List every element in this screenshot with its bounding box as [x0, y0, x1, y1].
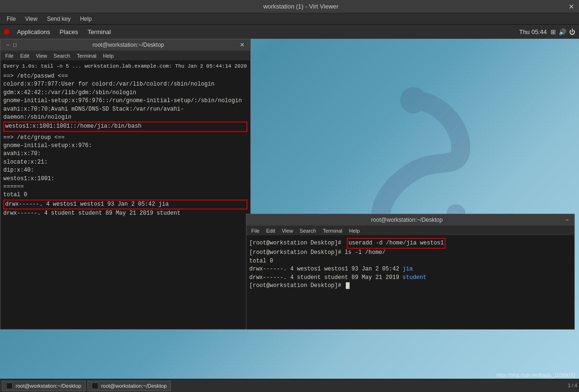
terminal1-body: Every 1.0s: tail -n 5 ... workstation.la… [0, 61, 250, 220]
window-title: workstation (1) - Virt Viewer [33, 3, 569, 10]
t1-line15: westos1:x:1001: [3, 175, 247, 183]
t1-line17: total 0 [3, 191, 247, 199]
menu-sendkey[interactable]: Send key [43, 15, 74, 23]
t2-line5: drwx------. 4 student student 89 May 21 … [249, 274, 571, 282]
terminal1-close[interactable]: ✕ [238, 42, 246, 48]
terminal1-titlebar: − □ root@workstation:~/Desktop ✕ [0, 39, 250, 51]
volume-icon: 🔊 [559, 28, 566, 35]
t1-line4: colord:x:977:977:User for colord:/var/li… [3, 80, 247, 88]
t1-line16: ====== [3, 183, 247, 191]
close-button[interactable]: ✕ [569, 3, 574, 10]
t2-line1: [root@workstation Desktop]# useradd -d /… [249, 238, 571, 249]
terminal1-menubar: File Edit View Search Terminal Help [0, 51, 250, 61]
terminal1-minimize[interactable]: − [4, 42, 11, 48]
t2-menu-edit[interactable]: Edit [263, 227, 278, 235]
taskbar-label-1: root@workstation:~/Desktop [16, 383, 81, 389]
terminal1-title: root@workstation:~/Desktop [18, 42, 238, 48]
t1-line14: dip:x:40: [3, 166, 247, 174]
t1-line1: Every 1.0s: tail -n 5 ... workstation.la… [3, 63, 247, 70]
t2-menu-search[interactable]: Search [297, 227, 319, 235]
svg-point-0 [400, 87, 427, 113]
gnome-terminal[interactable]: Terminal [84, 27, 114, 36]
t2-student-label: student [403, 274, 426, 281]
desktop: − □ root@workstation:~/Desktop ✕ File Ed… [0, 39, 579, 392]
t1-line6: gnome-initial-setup:x:976:976::/run/gnom… [3, 97, 247, 105]
t2-prompt6: [root@workstation Desktop]# [249, 282, 341, 289]
t1-menu-view[interactable]: View [33, 52, 50, 60]
taskbar-icon-1 [6, 383, 13, 389]
t1-menu-file[interactable]: File [2, 52, 17, 60]
taskbar-label-2: root@workstation:~/Desktop [101, 383, 167, 389]
t1-line18: drwx------. 4 westos1 westos1 93 Jan 2 0… [3, 200, 247, 209]
t2-line5-text: drwx------. 4 student student 89 May 21 … [249, 274, 403, 281]
network-icon: ⊞ [551, 28, 556, 35]
power-icon: ⏻ [569, 28, 575, 35]
t2-menu-file[interactable]: File [248, 227, 263, 235]
terminal2-body: [root@workstation Desktop]# useradd -d /… [246, 236, 574, 292]
t1-menu-edit[interactable]: Edit [18, 52, 32, 60]
t2-menu-help[interactable]: Help [346, 227, 363, 235]
t1-line8: westos1:x:1001:1001::/home/jia:/bin/bash [3, 122, 247, 131]
menu-file[interactable]: File [3, 15, 19, 23]
menu-help[interactable]: Help [76, 15, 96, 23]
t2-line4-text: drwx------. 4 westos1 westos1 93 Jan 2 0… [249, 266, 403, 272]
taskbar: root@workstation:~/Desktop root@workstat… [0, 379, 579, 392]
t1-line12: avahi:x:70: [3, 150, 247, 158]
t1-menu-terminal[interactable]: Terminal [74, 52, 99, 60]
terminal2-titlebar: root@workstation:~/Desktop − [246, 214, 574, 226]
t2-useradd-highlight: useradd -d /home/jia westos1 [347, 238, 446, 249]
gnome-places[interactable]: Places [56, 27, 82, 36]
title-bar: workstation (1) - Virt Viewer ✕ [0, 0, 579, 13]
taskbar-item-2[interactable]: root@workstation:~/Desktop [88, 381, 171, 391]
gnome-applications[interactable]: Applications [13, 27, 54, 36]
t1-line10: ==> /etc/group <== [3, 134, 247, 142]
t2-line2: [root@workstation Desktop]# ls -l /home/ [249, 249, 571, 257]
t2-cursor [346, 282, 350, 289]
menu-view[interactable]: View [21, 15, 41, 23]
t1-line3: ==> /etc/passwd <== [3, 72, 247, 80]
gnome-system-icons: ⊞ 🔊 ⏻ [551, 28, 575, 35]
terminal2-title: root@workstation:~/Desktop [250, 217, 563, 223]
t2-prompt1: [root@workstation Desktop]# [249, 240, 341, 246]
terminal2-minimize[interactable]: − [563, 217, 570, 223]
terminal2-menubar: File Edit View Search Terminal Help [246, 226, 574, 236]
app-menubar: File View Send key Help [0, 13, 579, 25]
t2-menu-terminal[interactable]: Terminal [320, 227, 345, 235]
t1-line11: gnome-initial-setup:x:976: [3, 142, 247, 150]
gnome-clock: Thu 05:44 [519, 28, 547, 35]
watermark: https://blog.csdn.net/baidu_10389033 [496, 373, 575, 378]
t1-menu-help[interactable]: Help [100, 52, 117, 60]
t2-prompt2: [root@workstation Desktop]# [249, 249, 341, 256]
t2-line4: drwx------. 4 westos1 westos1 93 Jan 2 0… [249, 265, 571, 273]
t2-menu-view[interactable]: View [279, 227, 296, 235]
t2-jia-label: jia [403, 266, 413, 272]
t2-line6: [root@workstation Desktop]# [249, 282, 571, 290]
terminal1-maximize[interactable]: □ [11, 42, 18, 48]
gnome-topbar: Applications Places Terminal Thu 05:44 ⊞… [0, 25, 579, 39]
t1-line7: avahi:x:70:70:Avahi mDNS/DNS-SD Stack:/v… [3, 105, 247, 122]
page-indicator: 1 / 4 [568, 383, 577, 388]
t1-line5: gdm:x:42:42::/var/lib/gdm:/sbin/nologin [3, 89, 247, 97]
apps-dot-icon [4, 29, 9, 35]
t1-line13: slocate:x:21: [3, 158, 247, 166]
t1-highlight-jia: drwx------. 4 westos1 westos1 93 Jan 2 0… [3, 200, 247, 209]
taskbar-item-1[interactable]: root@workstation:~/Desktop [2, 381, 86, 391]
t1-menu-search[interactable]: Search [51, 52, 73, 60]
t1-highlight-westos1: westos1:x:1001:1001::/home/jia:/bin/bash [3, 122, 247, 131]
t2-line3: total 0 [249, 257, 571, 265]
taskbar-right: 1 / 4 [568, 383, 577, 388]
terminal-window-1: − □ root@workstation:~/Desktop ✕ File Ed… [0, 39, 251, 330]
terminal-window-2: root@workstation:~/Desktop − File Edit V… [246, 214, 575, 330]
t1-line19: drwx------. 4 student student 89 May 21 … [3, 209, 247, 218]
t2-cmd2: ls -l /home/ [345, 249, 386, 256]
taskbar-icon-2 [92, 383, 98, 389]
